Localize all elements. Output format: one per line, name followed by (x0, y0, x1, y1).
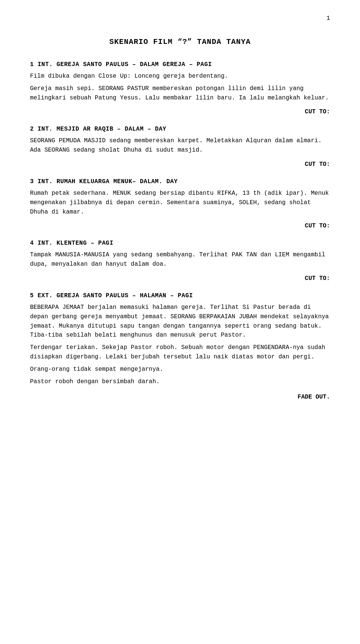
scene-5-action-3: Orang-orang tidak sempat mengejarnya. (30, 365, 330, 374)
scene-4: 4 INT. KLENTENG – PAGI Tampak MANUSIA-MA… (30, 240, 330, 282)
page-title: SKENARIO FILM “?” TANDA TANYA (30, 38, 330, 46)
scene-3-action-1: Rumah petak sederhana. MENUK sedang bers… (30, 189, 330, 217)
page-number: 1 (326, 15, 330, 22)
scene-1: 1 INT. GEREJA SANTO PAULUS – DALAM GEREJ… (30, 61, 330, 115)
scene-5-action-2: Terdengar teriakan. Sekejap Pastor roboh… (30, 343, 330, 362)
scene-3-transition: CUT TO: (30, 223, 330, 229)
page: 1 SKENARIO FILM “?” TANDA TANYA 1 INT. G… (0, 0, 360, 644)
scene-1-action-1: Film dibuka dengan Close Up: Lonceng ger… (30, 72, 330, 81)
scene-1-heading: 1 INT. GEREJA SANTO PAULUS – DALAM GEREJ… (30, 61, 330, 68)
scene-4-transition: CUT TO: (30, 275, 330, 282)
scene-3-heading: 3 INT. RUMAH KELUARGA MENUK– DALAM. DAY (30, 178, 330, 185)
scene-2-heading: 2 INT. MESJID AR RAQIB – DALAM – DAY (30, 126, 330, 132)
scene-2-action-1: SEORANG PEMUDA MASJID sedang membereskan… (30, 136, 330, 155)
scene-4-action-1: Tampak MANUSIA-MANUSIA yang sedang semba… (30, 250, 330, 269)
scene-5-action-1: BEBERAPA JEMAAT berjalan memasuki halama… (30, 303, 330, 340)
scene-1-action-2: Gereja masih sepi. SEORANG PASTUR member… (30, 84, 330, 103)
scene-1-transition: CUT TO: (30, 108, 330, 115)
scene-5-action-4: Pastor roboh dengan bersimbah darah. (30, 377, 330, 387)
scene-5-transition: FADE OUT. (30, 394, 330, 400)
scene-5: 5 EXT. GEREJA SANTO PAULUS – HALAMAN – P… (30, 292, 330, 400)
scene-4-heading: 4 INT. KLENTENG – PAGI (30, 240, 330, 247)
scene-2-transition: CUT TO: (30, 161, 330, 168)
scene-3: 3 INT. RUMAH KELUARGA MENUK– DALAM. DAY … (30, 178, 330, 229)
scene-2: 2 INT. MESJID AR RAQIB – DALAM – DAY SEO… (30, 126, 330, 168)
scene-5-heading: 5 EXT. GEREJA SANTO PAULUS – HALAMAN – P… (30, 292, 330, 299)
